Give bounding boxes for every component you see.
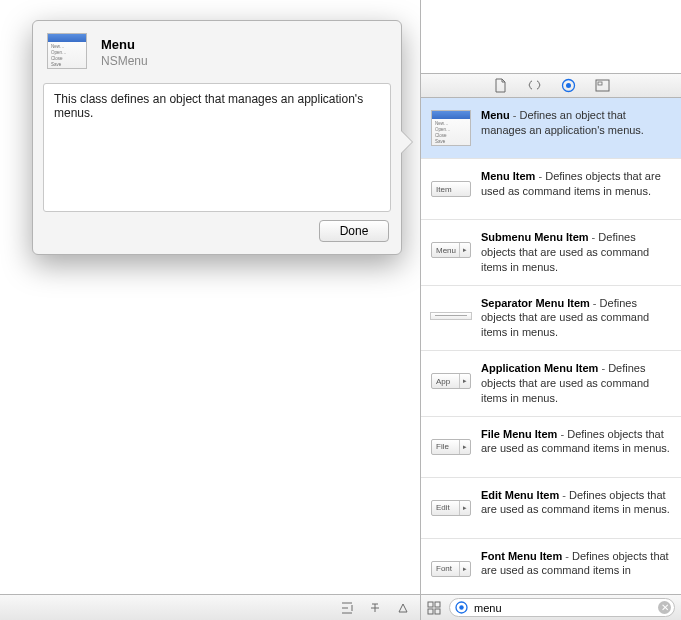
library-item-text: File Menu Item - Defines objects that ar…	[481, 427, 673, 457]
clear-search-icon[interactable]: ✕	[658, 601, 671, 614]
pin-icon[interactable]	[368, 601, 382, 615]
inspector-empty-area	[421, 0, 681, 74]
menu-thumb-icon: New… Open… Close Save	[429, 108, 473, 148]
svg-rect-3	[598, 82, 602, 85]
svg-point-1	[566, 83, 571, 88]
library-item-text: Menu - Defines an object that manages an…	[481, 108, 673, 138]
library-item[interactable]: Separator Menu Item - Defines objects th…	[421, 286, 681, 352]
library-bottom-bar: ✕	[421, 594, 681, 620]
library-item[interactable]: App▸Application Menu Item - Defines obje…	[421, 351, 681, 417]
media-library-tab-icon[interactable]	[594, 78, 610, 94]
resolve-icon[interactable]	[396, 601, 410, 615]
library-search-field[interactable]: ✕	[449, 598, 675, 617]
object-library-list[interactable]: New… Open… Close SaveMenu - Defines an o…	[421, 98, 681, 594]
canvas-bottom-toolbar	[0, 594, 420, 620]
library-item-title: Menu	[481, 109, 510, 121]
pill-thumb-icon: Menu▸	[429, 230, 473, 270]
help-popover: New… Open… Close Save Menu NSMenu This c…	[32, 20, 402, 255]
object-library-tab-icon[interactable]	[560, 78, 576, 94]
library-item-title: Font Menu Item	[481, 550, 562, 562]
library-item-title: Submenu Menu Item	[481, 231, 589, 243]
library-item[interactable]: Menu▸Submenu Menu Item - Defines objects…	[421, 220, 681, 286]
sep-thumb-icon	[429, 296, 473, 336]
pill-thumb-icon: Edit▸	[429, 488, 473, 528]
pill-thumb-icon: File▸	[429, 427, 473, 467]
svg-rect-5	[435, 602, 440, 607]
menu-template-icon: New… Open… Close Save	[47, 33, 91, 73]
library-item-title: Application Menu Item	[481, 362, 598, 374]
code-snippet-tab-icon[interactable]	[526, 78, 542, 94]
library-item-text: Edit Menu Item - Defines objects that ar…	[481, 488, 673, 518]
library-item-text: Menu Item - Defines objects that are use…	[481, 169, 673, 199]
library-item[interactable]: New… Open… Close SaveMenu - Defines an o…	[421, 98, 681, 159]
library-item[interactable]: File▸File Menu Item - Defines objects th…	[421, 417, 681, 478]
svg-rect-4	[428, 602, 433, 607]
search-scope-icon[interactable]	[455, 601, 468, 614]
pill-thumb-icon: App▸	[429, 361, 473, 401]
library-item-title: Separator Menu Item	[481, 297, 590, 309]
file-template-tab-icon[interactable]	[492, 78, 508, 94]
library-item-title: Menu Item	[481, 170, 535, 182]
item-thumb-icon: Item	[429, 169, 473, 209]
library-item[interactable]: ItemMenu Item - Defines objects that are…	[421, 159, 681, 220]
svg-rect-7	[435, 609, 440, 614]
library-item[interactable]: Edit▸Edit Menu Item - Defines objects th…	[421, 478, 681, 539]
library-item-text: Separator Menu Item - Defines objects th…	[481, 296, 673, 341]
popover-description: This class defines an object that manage…	[43, 83, 391, 212]
library-item-text: Application Menu Item - Defines objects …	[481, 361, 673, 406]
library-item-text: Font Menu Item - Defines objects that ar…	[481, 549, 673, 579]
popover-title: Menu	[101, 37, 148, 53]
library-item-title: Edit Menu Item	[481, 489, 559, 501]
pill-thumb-icon: Font▸	[429, 549, 473, 589]
library-item-title: File Menu Item	[481, 428, 557, 440]
popover-subtitle: NSMenu	[101, 54, 148, 69]
library-tabbar	[421, 74, 681, 98]
done-button[interactable]: Done	[319, 220, 389, 242]
grid-view-icon[interactable]	[427, 601, 441, 615]
search-input[interactable]	[472, 601, 654, 615]
svg-point-9	[459, 605, 463, 609]
library-item-text: Submenu Menu Item - Defines objects that…	[481, 230, 673, 275]
library-item[interactable]: Font▸Font Menu Item - Defines objects th…	[421, 539, 681, 594]
align-icon[interactable]	[340, 601, 354, 615]
svg-rect-6	[428, 609, 433, 614]
